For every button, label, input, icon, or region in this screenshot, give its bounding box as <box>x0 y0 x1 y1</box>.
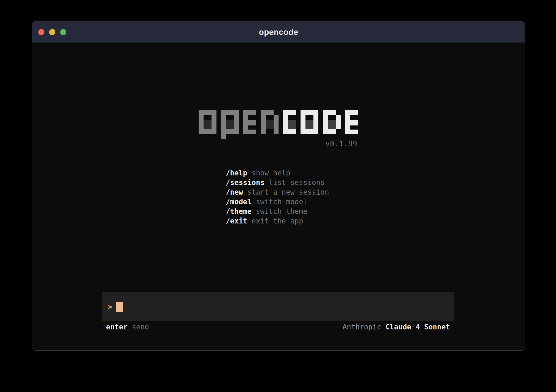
command-name: /help <box>226 169 247 177</box>
desktop: { "window": { "title": "opencode" }, "ti… <box>0 0 556 392</box>
minimize-button[interactable] <box>49 29 55 35</box>
zoom-button[interactable] <box>60 29 66 35</box>
command-desc: switch theme <box>256 207 307 215</box>
command-item-help: /helpshow help <box>200 159 329 168</box>
keybind-action: send <box>132 323 149 331</box>
titlebar[interactable]: opencode <box>32 21 525 43</box>
model-indicator: AnthropicClaude 4 Sonnet <box>343 323 450 331</box>
window-title: opencode <box>259 27 298 37</box>
keybind-key: enter <box>106 323 127 331</box>
command-name: /exit <box>226 217 247 225</box>
prompt-input[interactable]: > <box>102 292 454 321</box>
command-name: /model <box>226 198 252 206</box>
command-list: /helpshow help /sessionslist sessions /n… <box>200 159 329 216</box>
provider-label: Anthropic <box>343 323 381 331</box>
model-label: Claude 4 Sonnet <box>385 323 450 331</box>
command-name: /new <box>226 188 243 196</box>
version-label: v0.1.99 <box>199 140 357 148</box>
keybind-hint: entersend <box>106 323 149 331</box>
close-button[interactable] <box>38 29 44 35</box>
prompt-caret: > <box>108 303 112 311</box>
traffic-lights <box>38 21 66 43</box>
command-desc: switch model <box>256 198 307 206</box>
text-cursor-block <box>116 302 123 312</box>
command-desc: start a new session <box>247 188 329 196</box>
command-name: /sessions <box>226 178 265 187</box>
command-desc: exit the app <box>252 217 303 225</box>
opencode-logo-icon <box>199 110 358 139</box>
command-desc: show help <box>252 169 290 177</box>
command-desc: list sessions <box>269 178 325 187</box>
app-window: opencode <box>32 21 525 351</box>
status-bar: entersend AnthropicClaude 4 Sonnet <box>102 322 454 332</box>
command-name: /theme <box>226 207 252 215</box>
